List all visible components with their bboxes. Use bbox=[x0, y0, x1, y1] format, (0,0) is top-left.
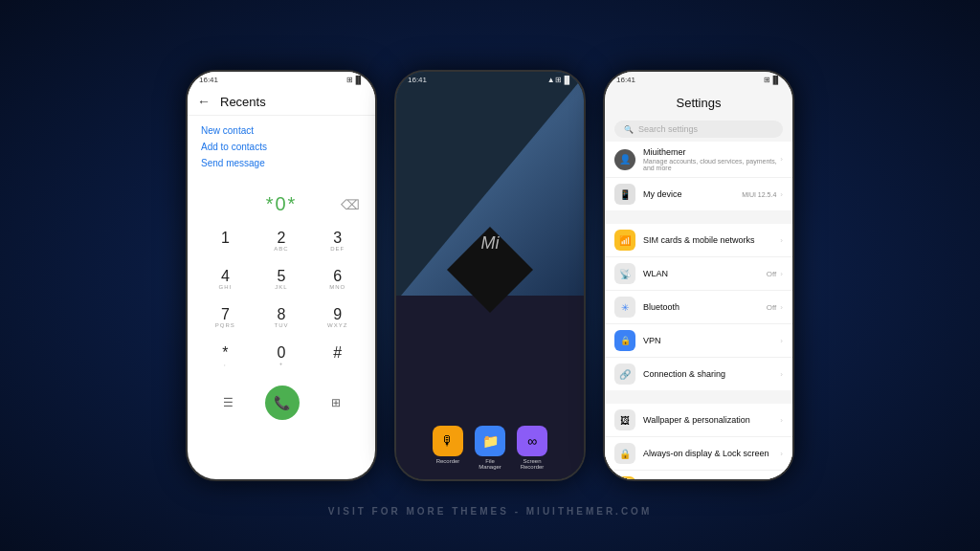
settings-item-display[interactable]: ☀ Display › bbox=[605, 471, 792, 479]
settings-item-connection[interactable]: 🔗 Connection & sharing › bbox=[605, 358, 792, 390]
chevron-icon-7: › bbox=[780, 370, 783, 379]
phone-settings: 16:41 ⊞▐▌ Settings 🔍 Search settings 👤 M… bbox=[603, 70, 794, 481]
settings-item-bluetooth[interactable]: ✳ Bluetooth Off › bbox=[605, 291, 792, 324]
miuithemer-subtitle: Manage accounts, cloud services, payment… bbox=[643, 158, 780, 171]
recorder-label: Recorder bbox=[436, 458, 460, 464]
back-button[interactable]: ← bbox=[197, 94, 211, 109]
lockscreen-right: › bbox=[780, 450, 783, 458]
miuithemer-title: Miuithemer bbox=[643, 147, 780, 157]
settings-group-connectivity: 📶 SIM cards & mobile networks › 📡 WLAN O… bbox=[605, 224, 792, 390]
connection-right: › bbox=[780, 370, 783, 379]
dial-key-9[interactable]: 9 WXYZ bbox=[309, 299, 366, 338]
settings-item-sim[interactable]: 📶 SIM cards & mobile networks › bbox=[605, 224, 792, 257]
dialer-display: *0* ⌫ bbox=[188, 178, 375, 223]
file-manager-label: File Manager bbox=[475, 458, 505, 470]
dial-key-0[interactable]: 0 + bbox=[254, 338, 310, 376]
mydevice-right: MIUI 12.5.4 › bbox=[742, 190, 783, 199]
status-bar-3: 16:41 ⊞▐▌ bbox=[605, 72, 792, 88]
wlan-right: Off › bbox=[767, 270, 783, 278]
settings-item-mydevice[interactable]: 📱 My device MIUI 12.5.4 › bbox=[605, 178, 792, 210]
wlan-status: Off bbox=[767, 270, 777, 278]
home-wallpaper: Mi 🎙 Recorder 📁 File Manager ∞ Screen Re… bbox=[396, 72, 584, 479]
app-recorder[interactable]: 🎙 Recorder bbox=[433, 426, 463, 470]
status-time-3: 16:41 bbox=[616, 76, 635, 84]
dial-key-2[interactable]: 2 ABC bbox=[254, 223, 310, 261]
lockscreen-title: Always-on display & Lock screen bbox=[643, 449, 780, 458]
settings-group-account: 👤 Miuithemer Manage accounts, cloud serv… bbox=[605, 142, 792, 210]
miuithemer-icon: 👤 bbox=[614, 149, 635, 170]
settings-item-lockscreen[interactable]: 🔒 Always-on display & Lock screen › bbox=[605, 437, 792, 471]
battery-icon-3: ⊞▐▌ bbox=[764, 76, 781, 84]
settings-search-bar[interactable]: 🔍 Search settings bbox=[614, 121, 783, 138]
wallpaper-title: Wallpaper & personalization bbox=[643, 415, 780, 425]
screen-recorder-label: Screen Recorder bbox=[517, 458, 547, 470]
settings-item-miuithemer[interactable]: 👤 Miuithemer Manage accounts, cloud serv… bbox=[605, 142, 792, 178]
recents-header: ← Recents bbox=[188, 88, 375, 116]
dial-key-8[interactable]: 8 TUV bbox=[254, 299, 310, 338]
miuithemer-right: › bbox=[780, 155, 783, 164]
mydevice-icon: 📱 bbox=[614, 184, 635, 205]
dial-key-6[interactable]: 6 MNO bbox=[309, 261, 366, 299]
dial-key-star[interactable]: * , bbox=[197, 338, 254, 376]
watermark: VISIT FOR MORE THEMES - MIUITHEMER.COM bbox=[328, 506, 652, 517]
dial-key-5[interactable]: 5 JKL bbox=[254, 261, 310, 299]
settings-divider-2 bbox=[605, 394, 792, 400]
settings-title: Settings bbox=[677, 96, 722, 110]
dialer-bottom-bar: ☰ 📞 ⊞ bbox=[188, 380, 375, 426]
bluetooth-icon: ✳ bbox=[614, 297, 635, 318]
chevron-icon-6: › bbox=[780, 337, 783, 345]
new-contact-link[interactable]: New contact bbox=[201, 125, 362, 136]
sim-title: SIM cards & mobile networks bbox=[643, 235, 780, 245]
menu-icon[interactable]: ☰ bbox=[223, 396, 234, 409]
status-icons-2: ▲⊞▐▌ bbox=[547, 76, 572, 84]
vpn-content: VPN bbox=[643, 336, 780, 345]
vpn-title: VPN bbox=[643, 336, 780, 345]
dial-key-1[interactable]: 1 bbox=[197, 223, 254, 261]
status-icons-3: ⊞▐▌ bbox=[764, 76, 781, 84]
mydevice-title: My device bbox=[643, 189, 742, 199]
chevron-icon: › bbox=[780, 155, 783, 164]
bluetooth-status: Off bbox=[767, 303, 777, 312]
bluetooth-right: Off › bbox=[767, 303, 783, 312]
wlan-icon: 📡 bbox=[614, 263, 635, 284]
contacts-grid-icon[interactable]: ⊞ bbox=[331, 396, 341, 409]
settings-item-wlan[interactable]: 📡 WLAN Off › bbox=[605, 257, 792, 291]
recents-title: Recents bbox=[220, 95, 266, 109]
signal-icon-2: ▲⊞▐▌ bbox=[547, 76, 572, 84]
status-time-2: 16:41 bbox=[408, 76, 427, 84]
dial-key-4[interactable]: 4 GHI bbox=[197, 261, 254, 299]
miui-version-badge: MIUI 12.5.4 bbox=[742, 191, 776, 198]
display-icon: ☀ bbox=[614, 476, 635, 479]
app-screen-recorder[interactable]: ∞ Screen Recorder bbox=[517, 426, 547, 470]
send-message-link[interactable]: Send message bbox=[201, 158, 362, 168]
lockscreen-icon: 🔒 bbox=[614, 443, 635, 464]
dial-key-3[interactable]: 3 DEF bbox=[309, 223, 366, 261]
file-manager-icon: 📁 bbox=[475, 426, 505, 456]
sim-content: SIM cards & mobile networks bbox=[643, 235, 780, 245]
chevron-icon-2: › bbox=[780, 190, 783, 199]
wallpaper-content: Wallpaper & personalization bbox=[643, 415, 780, 425]
dialer-number: *0* bbox=[266, 193, 298, 215]
app-file-manager[interactable]: 📁 File Manager bbox=[475, 426, 505, 470]
status-icons-1: ⊞▐▌ bbox=[346, 76, 364, 84]
settings-item-vpn[interactable]: 🔒 VPN › bbox=[605, 324, 792, 358]
connection-icon: 🔗 bbox=[614, 364, 635, 385]
bluetooth-content: Bluetooth bbox=[643, 302, 767, 312]
screen-recorder-icon: ∞ bbox=[517, 426, 547, 456]
wallpaper-right: › bbox=[780, 416, 783, 425]
wlan-title: WLAN bbox=[643, 269, 767, 278]
settings-item-wallpaper[interactable]: 🖼 Wallpaper & personalization › bbox=[605, 404, 792, 437]
settings-header: Settings bbox=[605, 88, 792, 117]
backspace-icon[interactable]: ⌫ bbox=[341, 197, 360, 212]
connection-content: Connection & sharing bbox=[643, 369, 780, 379]
wallpaper-icon: 🖼 bbox=[614, 409, 635, 430]
sim-icon: 📶 bbox=[614, 230, 635, 251]
call-button[interactable]: 📞 bbox=[265, 386, 300, 420]
chevron-icon-9: › bbox=[780, 450, 783, 458]
mydevice-content: My device bbox=[643, 189, 742, 199]
dial-key-7[interactable]: 7 PQRS bbox=[197, 299, 254, 338]
status-bar-1: 16:41 ⊞▐▌ bbox=[188, 72, 375, 88]
dial-key-hash[interactable]: # bbox=[309, 338, 366, 376]
bluetooth-title: Bluetooth bbox=[643, 302, 767, 312]
add-to-contacts-link[interactable]: Add to contacts bbox=[201, 142, 362, 152]
